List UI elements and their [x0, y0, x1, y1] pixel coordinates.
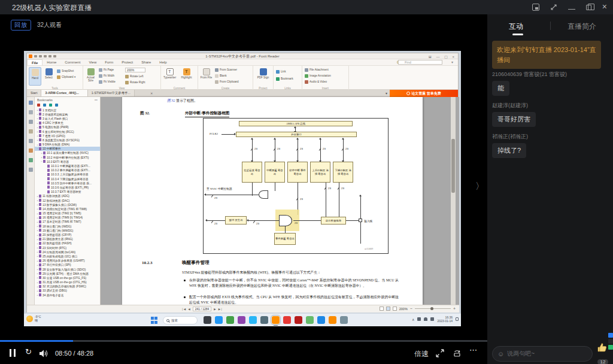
bookmark-item[interactable]: + 21 随机数发生器 (RNG)	[35, 237, 100, 241]
bookmark-item[interactable]: + 26 通用同步异步收发器 (USART)	[35, 259, 100, 263]
zoom-out-icon[interactable]: −	[410, 307, 412, 311]
bookmark-item[interactable]: + 25 内部集成电路 (I2C) 接口	[35, 254, 100, 258]
taskbar-app-icon[interactable]	[306, 316, 314, 324]
bookmark-item[interactable]: + 17 基本定时器 (TIM6 和 TIM7)	[35, 220, 100, 224]
sidebar-collapse-handle[interactable]: 〉	[475, 181, 484, 192]
bookmark-item[interactable]: + 4 CRC 计算单元	[35, 121, 100, 125]
bookmark-item[interactable]: + 10.2 外部中断/事件控制器 (EXTI)	[35, 155, 100, 159]
link-button[interactable]: Link	[276, 69, 286, 74]
attachments-panel-icon[interactable]	[29, 148, 33, 153]
comments-panel-icon[interactable]	[29, 139, 33, 143]
pdf-scrollbar[interactable]	[451, 97, 456, 305]
tab-live-intro[interactable]: 直播简介	[568, 22, 596, 32]
tab-close-icon[interactable]: ✕	[150, 92, 153, 95]
next-page-icon[interactable]: ▶	[214, 308, 216, 311]
bookmark-item[interactable]: + 20 加密处理器 (CRYP)	[35, 232, 100, 236]
audio-video-button[interactable]: Audio & Video	[305, 79, 327, 84]
bookmark-item[interactable]: + 14 高级控制定时器 (TIM1 和 TIM8)	[35, 207, 100, 211]
fit-visible-button[interactable]: Fit Visible	[99, 79, 116, 84]
from-clipboard-button[interactable]: From Clipboard	[215, 79, 239, 84]
bookmark-item[interactable]: + 7 通用 I/O (GPIO)	[35, 134, 100, 138]
rotate-right-button[interactable]: Rotate Right	[125, 80, 145, 85]
clipboard-button[interactable]: Clipboard ▾	[57, 74, 75, 80]
start-button[interactable]	[151, 317, 158, 324]
bookmark-item[interactable]: + 13 数字摄像头接口 (DCMI)	[35, 202, 100, 207]
bookmark-item[interactable]: + 2 存储器和总线架构	[35, 112, 100, 116]
search-panel-icon[interactable]	[29, 120, 33, 124]
bookmark-tool-icon[interactable]	[55, 104, 58, 107]
mic-icon[interactable]	[417, 317, 421, 321]
bookmark-button[interactable]: Bookmark	[276, 76, 293, 81]
bookmark-tool-icon[interactable]	[49, 104, 52, 107]
ribbon-tab[interactable]: File	[27, 59, 43, 65]
maximize-icon[interactable]	[586, 5, 591, 10]
bookmark-item[interactable]: + 29 以太网 (ETH)：通过 DMA 控制器	[35, 271, 100, 275]
taskbar-app-icon[interactable]	[340, 316, 348, 324]
bookmark-item[interactable]: + 32 灵活的静态存储控制器 (FSMC)	[35, 284, 100, 289]
ribbon-tab[interactable]: Protect	[117, 59, 137, 65]
bookmark-item[interactable]: + 10.1 嵌套向量中断控制器 (NVIC)	[35, 151, 100, 155]
find-input[interactable]: Find	[398, 60, 442, 65]
taskbar-app-icon[interactable]	[215, 316, 223, 324]
zoom-slider-knob[interactable]	[430, 307, 433, 310]
taskbar-app-icon[interactable]	[295, 316, 302, 324]
document-tab[interactable]: 3-ARM-Cortex_-M4()...	[41, 90, 87, 96]
close-icon[interactable]: ×	[602, 4, 607, 11]
taskbar-search[interactable]: 搜索	[163, 316, 198, 324]
ribbon-tab[interactable]: Home	[43, 59, 60, 65]
zoom-select[interactable]: 200%	[125, 68, 145, 72]
taskbar-app-icon[interactable]	[226, 316, 234, 324]
taskbar-app-icon[interactable]	[283, 316, 291, 324]
shared-screen-video[interactable]: 1-STM32F4xx中文参考手册.pdf - Foxit Reader ⊞ —…	[24, 51, 461, 326]
bookmark-item[interactable]: + 12 数模转换器 (DAC)	[35, 198, 100, 202]
bookmark-item[interactable]: 10.3.6 挂起寄存器 (EXTI_PR)	[35, 185, 100, 189]
resize-icon[interactable]	[550, 4, 557, 11]
bookmark-item[interactable]: 10.3.3 上升沿触发选择寄存器	[35, 172, 100, 177]
taskbar-app-icon[interactable]	[317, 316, 325, 324]
scrollbar-thumb[interactable]	[451, 139, 455, 193]
figure-link[interactable]: 图 32	[167, 99, 175, 102]
bookmark-item[interactable]: + 28 安全数字输入/输出接口 (SDIO)	[35, 267, 100, 271]
promo-banner[interactable]: 论文查重 首单免费	[390, 90, 458, 97]
bookmark-tool-icon[interactable]	[43, 104, 46, 107]
emoji-icon[interactable]: ☺	[497, 350, 504, 357]
tab-interaction[interactable]: 互动	[509, 22, 523, 32]
bookmark-item[interactable]: + 22 散列处理器 (HASH)	[35, 241, 100, 245]
bookmark-item[interactable]: + 11 模数转换器 (ADC)	[35, 194, 100, 198]
pdf-view[interactable]: 图 32 显示了框图。 图 32. 外部中断/事件控制器框图 AMBA APB …	[101, 97, 456, 305]
ribbon-tab[interactable]: Help	[155, 59, 171, 65]
bookmark-item[interactable]: + 3 嵌入式 Flash 接口	[35, 116, 100, 120]
bookmark-item[interactable]: + 19 窗口看门狗 (WWDG)	[35, 228, 100, 232]
bookmark-item[interactable]: + 18 独立看门狗 (IWDG)	[35, 224, 100, 228]
fit-width-button[interactable]: Fit Width	[99, 73, 114, 78]
select-tool-button[interactable]: Select	[43, 67, 55, 86]
volume-tray-icon[interactable]	[430, 317, 434, 321]
first-page-icon[interactable]: ❘◀	[181, 308, 186, 311]
bookmark-item[interactable]: + 8 系统配置控制器 (SYSCFG)	[35, 138, 100, 142]
find-caret-icon[interactable]: ▾	[451, 60, 453, 64]
signature-panel-icon[interactable]	[29, 158, 33, 162]
mini-window-icon[interactable]	[532, 4, 539, 11]
typewriter-button[interactable]: T Typewriter	[163, 67, 176, 86]
page-number-field[interactable]: 241 / 1284	[193, 307, 212, 311]
last-page-icon[interactable]: ▶❘	[219, 308, 223, 311]
clock[interactable]: 16:362023-01-14	[437, 316, 453, 323]
taskbar-app-icon[interactable]	[204, 316, 211, 324]
bookmark-item[interactable]: + 34 器件电子签名	[35, 293, 100, 297]
document-tab[interactable]: 1-STM32F4xx中文参考手...	[88, 90, 135, 96]
from-scanner-button[interactable]: From Scanner	[215, 67, 237, 72]
fit-page-button[interactable]: Fit Page	[99, 67, 114, 72]
like-button[interactable]: 12	[596, 342, 609, 364]
pages-panel-icon[interactable]	[29, 110, 33, 114]
bookmark-item[interactable]: − 10 中断和事件	[35, 147, 100, 151]
speed-button[interactable]: 倍速	[414, 349, 429, 359]
fullscreen-icon[interactable]	[436, 349, 444, 360]
bookmark-item[interactable]: − 10.3 EXTI 寄存器	[35, 159, 100, 163]
bookmark-item[interactable]: + 24 控制器局域网 (bxCAN)	[35, 250, 100, 254]
bookmark-item[interactable]: + 23 实时时钟 (RTC)	[35, 245, 100, 250]
bookmark-item[interactable]: + 5 电源控制器 (PWR)	[35, 125, 100, 129]
ribbon-tab[interactable]: Form	[101, 59, 117, 65]
bookmark-item[interactable]: 10.3.1 中断屏蔽寄存器 (EXTI...	[35, 163, 100, 168]
ribbon-tab[interactable]: Share	[137, 59, 155, 65]
bookmark-item[interactable]: 10.3.4 下降沿触发选择寄存器	[35, 177, 100, 181]
